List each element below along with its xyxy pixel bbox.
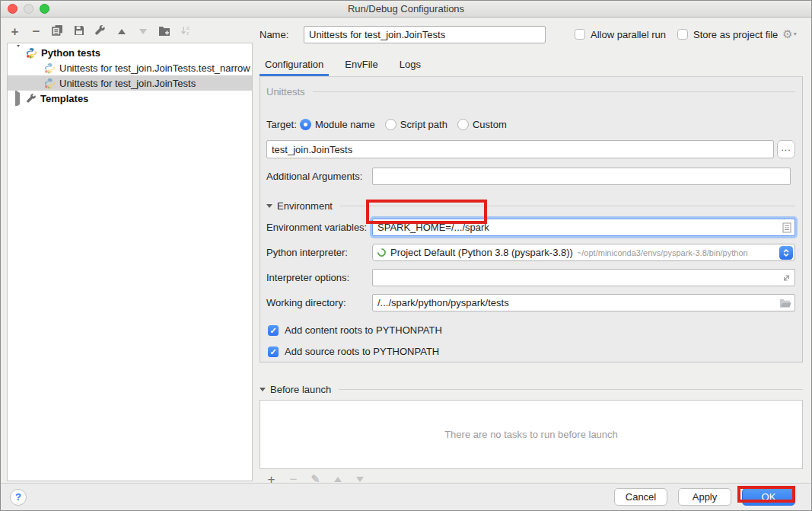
radio-unselected-icon <box>457 119 469 130</box>
radio-unselected-icon <box>385 119 396 130</box>
minus-icon: − <box>33 25 40 38</box>
question-mark-icon: ? <box>15 491 21 503</box>
store-settings-button[interactable]: ⚙▾ <box>782 29 796 40</box>
radio-label: Module name <box>315 119 375 130</box>
expand-field-button[interactable] <box>782 273 791 283</box>
add-source-roots-checkbox[interactable]: ✓ Add source roots to PYTHONPATH <box>266 346 795 357</box>
module-name-input[interactable] <box>266 140 774 158</box>
checkbox-checked-icon: ✓ <box>268 347 279 357</box>
edit-templates-button[interactable] <box>94 25 107 38</box>
tab-logs[interactable]: Logs <box>394 59 426 76</box>
copy-configuration-button[interactable] <box>51 25 64 38</box>
save-configuration-button[interactable] <box>72 25 85 38</box>
working-directory-row: Working directory: /.../spark/python/pys… <box>266 294 795 311</box>
browse-variables-button[interactable] <box>782 222 791 233</box>
store-as-project-file-checkbox[interactable]: Store as project file <box>677 29 778 40</box>
tab-envfile[interactable]: EnvFile <box>339 59 383 76</box>
run-debug-configurations-dialog: Run/Debug Configurations + − az <box>0 0 812 511</box>
save-icon <box>74 25 84 38</box>
move-up-button[interactable] <box>115 25 128 38</box>
tree-item-unittests-test-narrow[interactable]: Unittests for test_join.JoinTests.test_n… <box>8 60 252 75</box>
tree-item-label: Unittests for test_join.JoinTests.test_n… <box>59 62 250 74</box>
radio-label: Script path <box>400 119 447 130</box>
working-directory-label: Working directory: <box>266 297 372 308</box>
arrow-down-icon <box>356 477 364 482</box>
additional-arguments-row: Additional Arguments: <box>266 168 795 185</box>
tree-item-python-tests[interactable]: Python tests <box>8 45 252 60</box>
tree-item-label: Templates <box>40 93 88 104</box>
cancel-button[interactable]: Cancel <box>614 488 667 506</box>
environment-section-title: Environment <box>277 200 333 212</box>
before-launch-section-header[interactable]: Before launch <box>260 383 803 395</box>
environment-variables-label: Environment variables: <box>266 222 372 233</box>
tree-item-templates[interactable]: Templates <box>8 91 252 106</box>
additional-arguments-label: Additional Arguments: <box>266 171 372 182</box>
python-interpreter-label: Python interpreter: <box>266 247 372 258</box>
svg-text:z: z <box>186 30 189 36</box>
add-content-roots-label: Add content roots to PYTHONPATH <box>285 324 442 336</box>
radio-custom[interactable]: Custom <box>457 119 507 130</box>
module-name-row: ... <box>266 140 795 158</box>
additional-arguments-input[interactable] <box>372 168 791 185</box>
ellipsis-icon: ... <box>781 142 791 153</box>
before-launch-task-list: There are no tasks to run before launch <box>260 400 803 469</box>
titlebar: Run/Debug Configurations <box>1 1 811 18</box>
name-input[interactable] <box>304 26 546 43</box>
copy-icon <box>52 24 63 38</box>
wrench-icon <box>94 24 106 38</box>
collapse-icon <box>266 204 272 208</box>
dialog-footer: ? Cancel Apply OK <box>1 483 811 510</box>
svg-text:a: a <box>186 25 189 30</box>
radio-script-path[interactable]: Script path <box>385 119 447 130</box>
allow-parallel-run-checkbox[interactable]: Allow parallel run <box>575 29 666 40</box>
name-row: Name: Allow parallel run Store as projec… <box>260 25 803 43</box>
interpreter-options-input[interactable] <box>372 269 795 286</box>
editor-tabs: Configuration EnvFile Logs <box>260 53 803 77</box>
expand-icon[interactable] <box>15 93 23 104</box>
zoom-window-button[interactable] <box>40 4 49 14</box>
browse-module-button[interactable]: ... <box>777 140 795 158</box>
tree-item-label: Unittests for test_join.JoinTests <box>59 78 196 89</box>
new-folder-icon <box>158 25 170 38</box>
create-folder-button[interactable] <box>158 25 170 38</box>
collapse-icon[interactable] <box>15 47 23 59</box>
python-interpreter-select[interactable]: Project Default (Python 3.8 (pyspark-3.8… <box>372 244 795 261</box>
configuration-panel: Unittests Target: Module name Script pat… <box>260 77 803 362</box>
interpreter-path: ~/opt/miniconda3/envs/pyspark-3.8/bin/py… <box>577 248 748 257</box>
sort-az-icon: az <box>180 25 191 38</box>
move-down-button[interactable] <box>136 25 149 38</box>
chevron-down-icon: ▾ <box>794 29 797 40</box>
add-configuration-button[interactable]: + <box>8 25 21 38</box>
working-directory-input[interactable]: /.../spark/python/pyspark/tests <box>372 294 795 311</box>
arrow-up-icon <box>334 477 342 482</box>
collapse-icon <box>260 388 266 391</box>
interpreter-options-label: Interpreter options: <box>266 272 372 283</box>
environment-section-header[interactable]: Environment <box>266 199 795 212</box>
arrow-down-icon <box>139 29 147 34</box>
interpreter-options-row: Interpreter options: <box>266 269 795 286</box>
environment-variables-input[interactable]: SPARK_HOME=/.../spark <box>372 219 795 236</box>
empty-tasks-message: There are no tasks to run before launch <box>444 429 618 440</box>
sort-configurations-button[interactable]: az <box>179 25 192 38</box>
divider <box>339 389 803 390</box>
configurations-tree: Python tests Unittests for test_join.Joi… <box>7 43 253 481</box>
browse-folder-button[interactable] <box>779 298 791 308</box>
plus-icon: + <box>11 25 19 38</box>
tab-configuration[interactable]: Configuration <box>260 59 329 76</box>
remove-configuration-button[interactable]: − <box>30 25 43 38</box>
radio-module-name[interactable]: Module name <box>300 119 375 130</box>
apply-button[interactable]: Apply <box>678 488 731 506</box>
unittests-group-title: Unittests <box>266 86 305 97</box>
name-label: Name: <box>260 29 304 40</box>
list-icon <box>782 222 791 233</box>
minimize-window-button[interactable] <box>24 4 33 14</box>
close-window-button[interactable] <box>8 4 18 14</box>
radio-label: Custom <box>473 119 507 130</box>
folder-icon <box>779 298 791 308</box>
select-stepper-icon <box>779 246 793 260</box>
ok-button[interactable]: OK <box>742 488 795 506</box>
tree-item-unittests-jointests-selected[interactable]: Unittests for test_join.JoinTests <box>8 75 252 91</box>
add-content-roots-checkbox[interactable]: ✓ Add content roots to PYTHONPATH <box>266 324 795 336</box>
expand-icon <box>782 273 791 283</box>
help-button[interactable]: ? <box>10 489 27 506</box>
